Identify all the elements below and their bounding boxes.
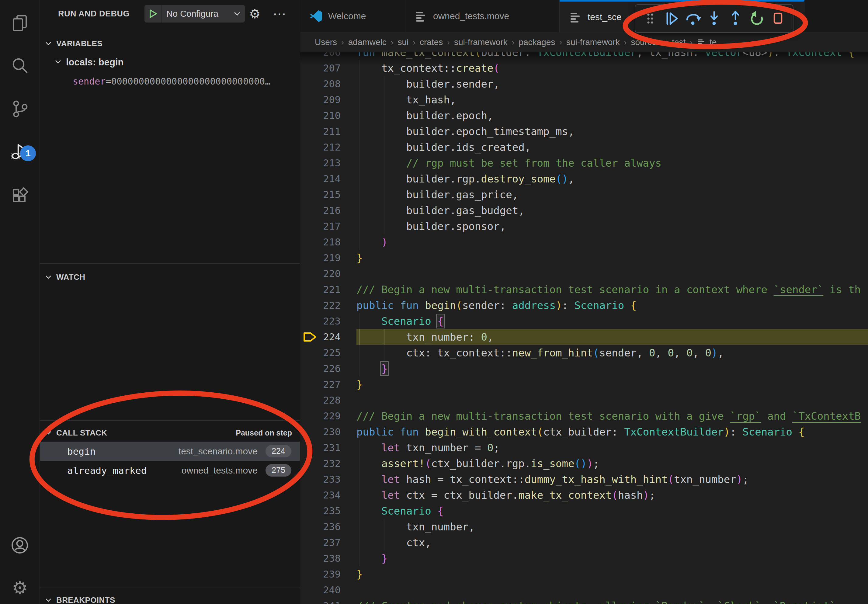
code-line[interactable]: 214 builder.rgp.destroy_some(),	[300, 171, 868, 187]
code-line-content[interactable]	[356, 266, 868, 282]
line-number[interactable]: 241	[300, 598, 341, 604]
code-line-content[interactable]: builder.epoch_timestamp_ms,	[356, 124, 868, 139]
line-number[interactable]: 236	[300, 519, 341, 535]
line-number[interactable]: 222	[300, 297, 341, 313]
gutter[interactable]: 211	[300, 124, 356, 139]
gutter[interactable]: 232	[300, 455, 356, 471]
code-line[interactable]: 238 }	[300, 550, 868, 566]
line-number[interactable]: 226	[300, 361, 341, 376]
code-line-content[interactable]: let ctx = ctx_builder.make_tx_context(ha…	[356, 487, 868, 503]
breadcrumb-item[interactable]: sui	[398, 37, 409, 47]
gutter[interactable]: 223	[300, 313, 356, 329]
code-line-content[interactable]: }	[356, 566, 868, 582]
line-number[interactable]: 216	[300, 203, 341, 218]
code-line-content[interactable]: /// Creates and shares system objects, a…	[356, 598, 868, 604]
gutter[interactable]: 220	[300, 266, 356, 282]
code-line[interactable]: 226 }	[300, 361, 868, 376]
code-line[interactable]: 224 txn_number: 0,	[300, 329, 868, 345]
tab-welcome[interactable]: Welcome	[300, 0, 405, 32]
gutter[interactable]: 236	[300, 519, 356, 535]
search-icon[interactable]	[0, 49, 40, 82]
gutter[interactable]: 216	[300, 203, 356, 218]
call-stack-frame[interactable]: begintest_scenario.move224	[40, 441, 300, 461]
line-number[interactable]: 219	[300, 250, 341, 266]
code-line[interactable]: 223 Scenario {	[300, 313, 868, 329]
source-control-icon[interactable]	[0, 92, 40, 125]
line-number[interactable]: 225	[300, 345, 341, 361]
code-line-content[interactable]: builder.sender,	[356, 76, 868, 92]
code-line-content[interactable]: public fun begin(sender: address): Scena…	[356, 297, 868, 313]
code-line-content[interactable]: public fun begin_with_context(ctx_builde…	[356, 424, 868, 440]
code-line-content[interactable]: Scenario {	[356, 503, 868, 519]
code-line-content[interactable]	[356, 392, 868, 408]
code-line[interactable]: 222public fun begin(sender: address): Sc…	[300, 297, 868, 313]
line-number[interactable]: 208	[300, 76, 341, 92]
gutter[interactable]: 227	[300, 376, 356, 392]
line-number[interactable]: 233	[300, 471, 341, 487]
gutter[interactable]: 231	[300, 440, 356, 455]
gutter[interactable]: 215	[300, 187, 356, 203]
breadcrumb-item[interactable]: sources	[631, 37, 660, 47]
chevron-down-icon[interactable]	[232, 10, 245, 18]
code-line[interactable]: 216 builder.gas_budget,	[300, 203, 868, 218]
code-line-content[interactable]: builder.gas_price,	[356, 187, 868, 203]
gutter[interactable]: 225	[300, 345, 356, 361]
code-line-content[interactable]: }	[356, 376, 868, 392]
code-line[interactable]: 240	[300, 582, 868, 598]
code-line[interactable]: 212 builder.ids_created,	[300, 139, 868, 155]
code-line-content[interactable]: builder.gas_budget,	[356, 203, 868, 218]
gutter[interactable]: 214	[300, 171, 356, 187]
gutter[interactable]: 230	[300, 424, 356, 440]
gutter[interactable]: 226	[300, 361, 356, 376]
code-line[interactable]: 220	[300, 266, 868, 282]
code-line-content[interactable]: let hash = tx_context::dummy_tx_hash_wit…	[356, 471, 868, 487]
code-line[interactable]: 218 )	[300, 234, 868, 250]
code-line[interactable]: 231 let txn_number = 0;	[300, 440, 868, 455]
variable-row[interactable]: sender = 0000000000000000000000000000…	[40, 72, 333, 91]
code-line[interactable]: 208 builder.sender,	[300, 76, 868, 92]
code-line[interactable]: 210 builder.epoch,	[300, 108, 868, 124]
code-line-content[interactable]: // rgp must be set from the caller alway…	[356, 155, 868, 171]
line-number[interactable]: 240	[300, 582, 341, 598]
line-number[interactable]: 228	[300, 392, 341, 408]
code-line[interactable]: 207 tx_context::create(	[300, 60, 868, 76]
code-line[interactable]: 209 tx_hash,	[300, 92, 868, 108]
gutter[interactable]: 237	[300, 535, 356, 550]
code-line[interactable]: 221/// Begin a new multi-transaction tes…	[300, 282, 868, 297]
gutter[interactable]: 239	[300, 566, 356, 582]
gutter[interactable]: 217	[300, 218, 356, 234]
step-into-button[interactable]	[704, 8, 725, 29]
code-line[interactable]: 227}	[300, 376, 868, 392]
code-line[interactable]: 235 Scenario {	[300, 503, 868, 519]
line-number[interactable]: 223	[300, 313, 341, 329]
settings-gear-icon[interactable]: ⚙	[0, 571, 40, 604]
code-line-content[interactable]: }	[356, 250, 868, 266]
code-line-content[interactable]: Scenario {	[356, 313, 868, 329]
variables-section-header[interactable]: VARIABLES	[40, 34, 300, 53]
code-line[interactable]: 232 assert!(ctx_builder.rgp.is_some());	[300, 455, 868, 471]
line-number[interactable]: 209	[300, 92, 341, 108]
run-and-debug-icon[interactable]: 1	[0, 135, 40, 169]
code-line[interactable]: 217 builder.sponsor,	[300, 218, 868, 234]
code-line[interactable]: 225 ctx: tx_context::new_from_hint(sende…	[300, 345, 868, 361]
code-line[interactable]: 219}	[300, 250, 868, 266]
breadcrumb-item[interactable]: te	[710, 37, 716, 47]
code-line[interactable]: 237 ctx,	[300, 535, 868, 550]
tab-owned-tests-move[interactable]: owned_tests.move	[405, 0, 560, 32]
line-number[interactable]: 214	[300, 171, 341, 187]
debug-settings-gear-icon[interactable]: ⚙	[249, 0, 260, 27]
code-line[interactable]: 239}	[300, 566, 868, 582]
start-debug-control[interactable]: No Configura	[144, 5, 245, 23]
code-line-content[interactable]: builder.ids_created,	[356, 139, 868, 155]
line-number[interactable]: 227	[300, 376, 341, 392]
code-line-content[interactable]: )	[356, 234, 868, 250]
line-number[interactable]: 234	[300, 487, 341, 503]
line-number[interactable]: 220	[300, 266, 341, 282]
code-line-content[interactable]: let txn_number = 0;	[356, 440, 868, 455]
code-line-content[interactable]: tx_hash,	[356, 92, 868, 108]
account-icon[interactable]	[0, 528, 40, 562]
gutter[interactable]: 218	[300, 234, 356, 250]
gutter[interactable]: 233	[300, 471, 356, 487]
call-stack-section-header[interactable]: CALL STACK Paused on step	[40, 423, 300, 442]
line-number[interactable]: 235	[300, 503, 341, 519]
